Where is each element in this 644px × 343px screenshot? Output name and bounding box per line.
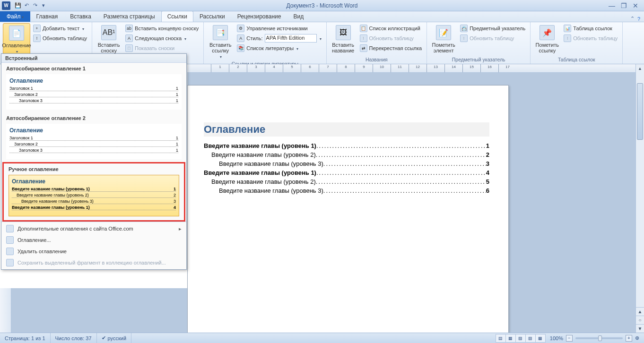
qat-customize-icon[interactable]: ▾ xyxy=(40,2,47,9)
toc-icon: 📄 xyxy=(9,26,24,41)
doc-toc-row[interactable]: Введите название главы (уровень 1)......… xyxy=(204,169,489,176)
tab-insert[interactable]: Вставка xyxy=(64,11,97,22)
window-controls: — ❐ ✕ xyxy=(609,2,644,9)
zoom-control: 100% − + ⊕ xyxy=(545,335,644,342)
bibliography-button[interactable]: 📚Список литературы xyxy=(235,43,323,53)
add-text-icon: + xyxy=(33,25,41,32)
tof-icon: 📋 xyxy=(360,25,367,32)
style-combobox[interactable]: APA Fifth Edition xyxy=(265,34,317,43)
update-toa-button[interactable]: !Обновить таблицу xyxy=(562,33,619,43)
ribbon-minimize-icon[interactable]: ⌃ xyxy=(630,16,635,22)
horizontal-ruler[interactable]: 1234567891011121314151617 xyxy=(187,64,635,73)
view-outline-icon[interactable]: ▨ xyxy=(525,334,536,343)
gallery-more-office[interactable]: Дополнительные оглавления с сайта Office… xyxy=(1,223,186,234)
zoom-slider[interactable] xyxy=(575,337,623,339)
next-page-icon[interactable]: ▼ xyxy=(636,324,644,333)
cross-reference-button[interactable]: ⇄Перекрестная ссылка xyxy=(358,43,424,53)
table-of-figures-button[interactable]: 📋Список иллюстраций xyxy=(358,23,424,33)
restore-icon[interactable]: ❐ xyxy=(621,2,627,9)
toa-icon: 📊 xyxy=(564,25,571,32)
view-web-icon[interactable]: ▧ xyxy=(515,334,526,343)
group-toa: 📌 Пометить ссылку 📊Таблица ссылок !Обнов… xyxy=(531,22,623,64)
gallery-save-selection: Сохранить выделенный фрагмент в коллекци… xyxy=(1,257,186,268)
zoom-out-button[interactable]: − xyxy=(566,335,573,342)
caption-icon: 🖼 xyxy=(336,25,351,40)
insert-endnote-button[interactable]: abВставить концевую сноску xyxy=(123,23,200,33)
doc-toc-row[interactable]: Введите название главы (уровень 2)......… xyxy=(204,151,489,158)
update-index-button[interactable]: !Обновить таблицу xyxy=(458,33,527,43)
custom-toc-icon xyxy=(6,236,14,244)
group-captions: 🖼 Вставить название 📋Список иллюстраций … xyxy=(327,22,427,64)
citation-icon: 📑 xyxy=(213,25,228,40)
insert-footnote-button[interactable]: AB¹ Вставить сноску xyxy=(95,23,122,56)
gallery-section-auto2: Автособираемое оглавление 2 xyxy=(1,112,186,123)
tab-view[interactable]: Вид xyxy=(287,11,310,22)
zoom-thumb[interactable] xyxy=(598,335,602,341)
tab-page-layout[interactable]: Разметка страницы xyxy=(97,11,161,22)
page[interactable]: Оглавление Введите название главы (урове… xyxy=(187,85,509,343)
prev-page-icon[interactable]: ▲ xyxy=(636,307,644,316)
gallery-custom-toc[interactable]: Оглавление... xyxy=(1,234,186,246)
redo-icon[interactable]: ↷ xyxy=(31,2,39,9)
group-label-toa: Таблица ссылок xyxy=(533,56,619,64)
scroll-thumb[interactable] xyxy=(637,83,643,140)
toc-button[interactable]: 📄 Оглавление xyxy=(3,23,30,56)
close-icon[interactable]: ✕ xyxy=(633,2,638,9)
gallery-preview-row: Введите название главы (уровень 1)4 xyxy=(12,205,176,210)
view-fullscreen-icon[interactable]: ▦ xyxy=(505,334,516,343)
update-icon: ! xyxy=(33,34,41,42)
group-label-index: Предметный указатель xyxy=(430,56,527,64)
vertical-scrollbar[interactable]: ▲ ▲ ○ ▼ xyxy=(635,64,644,333)
tab-review[interactable]: Рецензирование xyxy=(231,11,287,22)
gallery-item-auto1[interactable]: Оглавление Заголовок 11Заголовок 21Загол… xyxy=(6,74,182,110)
scroll-up-icon[interactable]: ▲ xyxy=(636,64,644,73)
gallery-remove-toc[interactable]: Удалить оглавление xyxy=(1,246,186,257)
ribbon-tabs: Файл Главная Вставка Разметка страницы С… xyxy=(0,11,644,22)
browse-object-icon[interactable]: ○ xyxy=(636,316,644,324)
insert-caption-button[interactable]: 🖼 Вставить название xyxy=(330,23,357,56)
window-title: Документ3 - Microsoft Word xyxy=(286,2,357,9)
doc-toc-row[interactable]: Введите название главы (уровень 1)......… xyxy=(204,142,489,149)
view-print-layout-icon[interactable]: ▤ xyxy=(496,334,506,343)
page-content: Оглавление Введите название главы (урове… xyxy=(188,122,508,194)
citation-style-row: A Стиль: APA Fifth Edition xyxy=(235,33,323,43)
tab-home[interactable]: Главная xyxy=(30,11,64,22)
next-footnote-button[interactable]: AСледующая сноска xyxy=(123,33,200,43)
gallery-preview-row: Заголовок 21 xyxy=(9,142,178,147)
mark-entry-button[interactable]: 📝 Пометить элемент xyxy=(430,23,457,56)
doc-toc-row[interactable]: Введите название главы (уровень 3)......… xyxy=(204,160,489,167)
tab-mailings[interactable]: Рассылки xyxy=(193,11,231,22)
style-label: Стиль: xyxy=(246,35,262,41)
insert-toa-button[interactable]: 📊Таблица ссылок xyxy=(562,23,619,33)
doc-toc-row[interactable]: Введите название главы (уровень 3)......… xyxy=(204,187,489,194)
mark-citation-button[interactable]: 📌 Пометить ссылку xyxy=(533,23,561,56)
update-toc-button[interactable]: !Обновить таблицу xyxy=(31,33,89,43)
status-page[interactable]: Страница: 1 из 1 xyxy=(0,333,51,343)
gallery-header: Встроенный xyxy=(1,54,186,63)
save-icon[interactable]: 💾 xyxy=(14,2,22,9)
insert-index-button[interactable]: 📇Предметный указатель xyxy=(458,23,527,33)
doc-toc-row[interactable]: Введите название главы (уровень 2)......… xyxy=(204,178,489,185)
insert-citation-button[interactable]: 📑 Вставить ссылку xyxy=(207,23,234,60)
status-lang[interactable]: ✔русский xyxy=(97,333,131,343)
tab-references[interactable]: Ссылки xyxy=(161,11,193,22)
status-bar: Страница: 1 из 1 Число слов: 37 ✔русский… xyxy=(0,333,644,343)
minimize-icon[interactable]: — xyxy=(609,2,615,9)
help-icon[interactable]: ? xyxy=(637,16,640,22)
update-tof-button[interactable]: !Обновить таблицу xyxy=(358,33,424,43)
status-words[interactable]: Число слов: 37 xyxy=(51,333,97,343)
gallery-item-manual[interactable]: Оглавление Введите название главы (урове… xyxy=(9,175,179,216)
gallery-preview-row: Заголовок 21 xyxy=(9,92,178,97)
group-citations: 📑 Вставить ссылку ⚙Управление источникам… xyxy=(204,22,326,64)
zoom-in-button[interactable]: + xyxy=(626,335,632,342)
zoom-value[interactable]: 100% xyxy=(550,335,563,341)
file-tab[interactable]: Файл xyxy=(0,11,30,22)
gallery-item-auto2[interactable]: Оглавление Заголовок 11Заголовок 21Загол… xyxy=(6,124,182,159)
undo-icon[interactable]: ↶ xyxy=(23,2,30,9)
zoom-expand-icon[interactable]: ⊕ xyxy=(635,335,639,341)
doc-toc-title[interactable]: Оглавление xyxy=(204,122,489,137)
manage-sources-button[interactable]: ⚙Управление источниками xyxy=(235,23,323,33)
show-footnotes-button[interactable]: □Показать сноски xyxy=(123,43,200,53)
view-draft-icon[interactable]: ▩ xyxy=(535,334,546,343)
add-text-button[interactable]: +Добавить текст xyxy=(31,23,89,33)
